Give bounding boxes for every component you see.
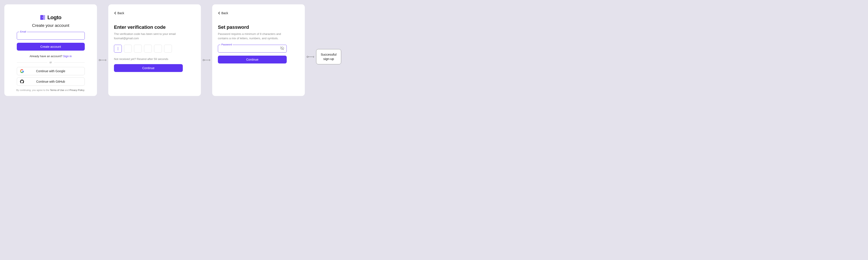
chevron-left-icon	[114, 12, 116, 15]
verification-title: Enter verification code	[114, 24, 183, 30]
code-input-group	[114, 45, 183, 53]
success-box: Successful sign-up	[316, 49, 341, 64]
terms-link[interactable]: Terms of Use	[50, 89, 64, 91]
svg-rect-1	[43, 15, 45, 20]
chevron-left-icon	[218, 12, 220, 15]
signin-prompt: Already have an account? Sign in	[10, 55, 91, 58]
svg-point-8	[307, 56, 308, 57]
github-icon	[20, 80, 24, 84]
email-field[interactable]	[17, 32, 85, 40]
back-button[interactable]: Back	[114, 9, 124, 17]
resend-text: Not received yet? Resend after 59 second…	[114, 57, 183, 61]
flow-arrow-icon	[99, 59, 106, 61]
continue-github-button[interactable]: Continue with GitHub	[17, 78, 85, 86]
divider: or	[17, 61, 85, 64]
google-icon	[20, 69, 24, 73]
signup-flow-diagram: Logto Create your account Email Create a…	[4, 4, 341, 96]
set-password-card: Back Set password Password requires a mi…	[212, 4, 305, 96]
legal-mid: and	[64, 89, 69, 91]
password-title: Set password	[218, 24, 287, 30]
legal-pre: By continuing, you agree to the	[16, 89, 50, 91]
email-field-wrap: Email	[17, 32, 85, 40]
continue-button[interactable]: Continue	[218, 56, 287, 63]
legal-disclaimer: By continuing, you agree to the Terms of…	[10, 89, 91, 91]
password-field[interactable]	[218, 45, 287, 53]
back-button[interactable]: Back	[218, 9, 228, 17]
svg-point-2	[42, 17, 43, 18]
flow-arrow-icon	[307, 56, 314, 58]
password-field-wrap: Password	[218, 45, 287, 53]
privacy-link[interactable]: Privacy Policy	[69, 89, 84, 91]
code-digit-1[interactable]	[114, 45, 122, 53]
code-digit-5[interactable]	[154, 45, 162, 53]
divider-line	[54, 62, 85, 63]
success-line-2: sign-up	[321, 57, 337, 61]
verification-subtitle: The verification code has been sent to y…	[114, 32, 183, 40]
brand-name: Logto	[47, 15, 61, 21]
signin-prompt-text: Already have an account?	[30, 55, 63, 58]
logto-icon	[40, 15, 45, 20]
code-digit-3[interactable]	[134, 45, 142, 53]
svg-point-3	[99, 59, 100, 61]
github-button-label: Continue with GitHub	[36, 80, 65, 83]
verification-code-card: Back Enter verification code The verific…	[108, 4, 201, 96]
page-title: Create your account	[10, 23, 91, 28]
code-digit-2[interactable]	[124, 45, 132, 53]
code-digit-4[interactable]	[144, 45, 152, 53]
password-label: Password	[220, 43, 233, 46]
brand-logo: Logto	[10, 15, 91, 21]
signin-link[interactable]: Sign in	[63, 55, 72, 58]
divider-text: or	[50, 61, 52, 64]
back-label: Back	[221, 11, 228, 15]
success-line-1: Successful	[321, 52, 337, 57]
back-label: Back	[118, 11, 124, 15]
legal-suf: .	[84, 89, 85, 91]
eye-off-icon[interactable]	[280, 46, 284, 51]
create-account-card: Logto Create your account Email Create a…	[4, 4, 97, 96]
google-button-label: Continue with Google	[36, 69, 65, 73]
email-label: Email	[20, 30, 27, 33]
code-digit-6[interactable]	[164, 45, 172, 53]
svg-point-5	[203, 59, 204, 61]
divider-line	[17, 62, 48, 63]
continue-button[interactable]: Continue	[114, 64, 183, 72]
create-account-button[interactable]: Create account	[17, 43, 85, 51]
svg-line-7	[281, 47, 284, 50]
continue-google-button[interactable]: Continue with Google	[17, 67, 85, 75]
flow-arrow-icon	[203, 59, 211, 61]
password-subtitle: Password requires a minimum of 8 charact…	[218, 32, 287, 40]
